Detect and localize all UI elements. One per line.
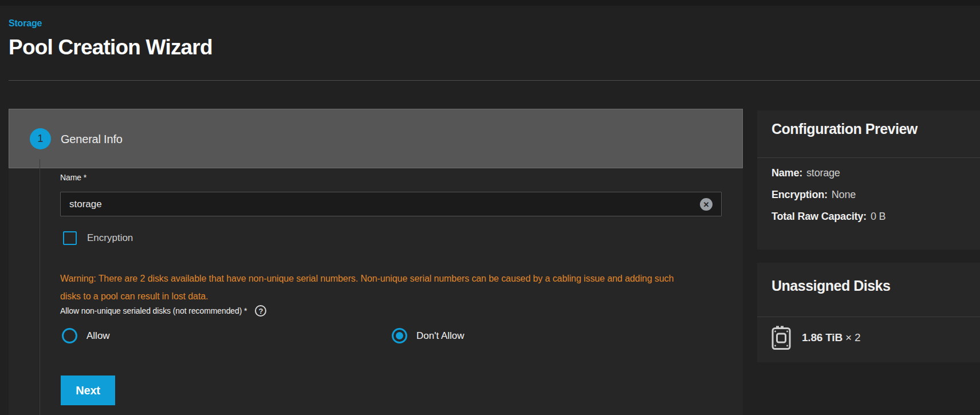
preview-encryption-value: None [832,189,856,200]
stepper-connector-line [40,159,40,415]
step-number-badge: 1 [30,128,51,149]
encryption-checkbox-row[interactable]: Encryption [63,231,133,245]
breadcrumb-storage-link[interactable]: Storage [9,18,42,29]
encryption-checkbox[interactable] [63,231,77,245]
unassigned-disks-panel: Unassigned Disks 1.86 TiB× 2 [757,263,980,362]
unassigned-disk-row: 1.86 TiB× 2 [772,326,860,350]
preview-capacity-label: Total Raw Capacity: [772,211,867,222]
preview-encryption-label: Encryption: [772,189,828,200]
unassigned-disks-title: Unassigned Disks [772,278,890,294]
disk-summary: 1.86 TiB× 2 [802,331,860,344]
top-edge-strip [0,0,980,6]
preview-row-name: Name:storage [772,167,885,189]
configuration-preview-title: Configuration Preview [772,121,918,137]
panel-divider [757,157,980,158]
radio-option-allow[interactable]: Allow [62,328,110,343]
page-title: Pool Creation Wizard [9,35,212,60]
preview-name-value: storage [806,167,840,179]
configuration-preview-panel: Configuration Preview Name:storage Encry… [757,110,980,250]
title-divider [9,80,980,81]
pool-wizard-card: 1 General Info Name * ✕ Encryption Warni… [9,109,743,415]
pool-name-input[interactable] [60,192,722,216]
radio-dont-allow-label: Don't Allow [416,330,465,342]
allow-serial-field-label: Allow non-unique serialed disks (not rec… [60,306,247,315]
preview-capacity-value: 0 B [871,211,885,222]
preview-name-label: Name: [772,167,802,179]
allow-serial-field-row: Allow non-unique serialed disks (not rec… [60,305,266,317]
next-button[interactable]: Next [61,376,115,405]
step-title: General Info [61,133,123,146]
help-icon[interactable]: ? [255,305,266,317]
preview-rows: Name:storage Encryption:None Total Raw C… [772,167,885,232]
encryption-checkbox-label: Encryption [87,232,133,244]
non-unique-serial-warning: Warning: There are 2 disks available tha… [60,270,696,305]
preview-row-capacity: Total Raw Capacity:0 B [772,211,885,232]
name-field-label: Name * [60,173,86,182]
panel-divider [757,317,980,317]
disk-size: 1.86 TiB [802,331,843,343]
radio-allow-circle-icon[interactable] [62,328,77,343]
disk-count: × 2 [845,331,860,343]
step-header-general-info[interactable]: 1 General Info [9,109,743,168]
radio-dont-allow-circle-icon[interactable] [392,328,407,343]
preview-row-encryption: Encryption:None [772,189,885,211]
radio-allow-label: Allow [86,330,110,342]
clear-input-icon[interactable]: ✕ [700,198,713,211]
hard-disk-icon [772,326,791,350]
radio-option-dont-allow[interactable]: Don't Allow [392,328,465,343]
